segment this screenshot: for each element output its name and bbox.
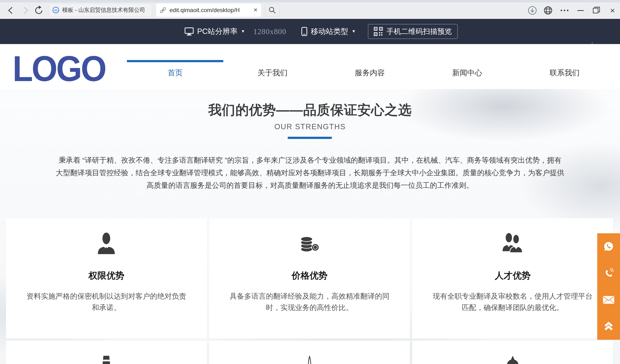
restore-icon [591, 6, 601, 15]
minimize-icon [577, 10, 584, 11]
window-top-strip [0, 0, 620, 2]
mobile-phone-icon [301, 27, 307, 36]
main-nav: 首页 关于我们 服务内容 新闻中心 联系我们 [126, 44, 613, 89]
search-icon [267, 5, 277, 15]
forward-icon [20, 5, 31, 16]
section-title: 我们的优势——品质保证安心之选 [0, 101, 620, 119]
card-title: 人才优势 [412, 270, 613, 282]
card-talent: 人才优势 现有全职专业翻译及审校数名，使用人才管理平台匹配，确保翻译团队的最优化… [412, 218, 613, 338]
nav-item-home[interactable]: 首页 [126, 44, 224, 89]
mobile-type-dropdown[interactable]: 移动站类型 ▼ [301, 26, 356, 37]
people-icon [412, 232, 613, 257]
link-icon [159, 7, 167, 14]
chevron-down-icon: ▼ [352, 29, 356, 34]
card-permission: 权限优势 资料实施严格的保密机制以达到对客户的绝对负责和承诺。 [6, 218, 207, 338]
section-intro: 秉承着 “译研于精、孜孜不倦、专注多语言翻译研究 ”的宗旨，多年来广泛涉及各个专… [56, 154, 564, 192]
browser-chrome: m 模板 - 山东启贸信息技术有限公司 edit.qimaoit.com/des… [0, 0, 620, 19]
whatsapp-button[interactable] [597, 233, 620, 260]
pc-resolution-dropdown[interactable]: PC站分辨率 ▼ [185, 26, 245, 37]
card-partial-2 [209, 341, 410, 364]
site-favicon-icon: m [53, 7, 59, 13]
title-underline [288, 137, 332, 139]
site-preview: LOGO 首页 关于我们 服务内容 新闻中心 联系我们 我们的优势——品质保证安… [0, 44, 620, 364]
card-partial-3 [412, 341, 613, 364]
strengths-section: 我们的优势——品质保证安心之选 OUR STRENGTHS 秉承着 “译研于精、… [0, 89, 620, 364]
phone-call-button[interactable] [597, 260, 620, 287]
strength-cards-row2 [6, 341, 613, 364]
address-bar[interactable]: edit.qimaoit.com/desktop/H × [156, 3, 262, 17]
pen-nib-icon [209, 356, 410, 364]
section-subtitle: OUR STRENGTHS [0, 122, 620, 131]
search-button[interactable] [264, 3, 280, 17]
nav-item-about[interactable]: 关于我们 [224, 44, 321, 89]
whatsapp-icon [603, 241, 614, 252]
nav-item-contact[interactable]: 联系我们 [516, 44, 613, 89]
minimize-button[interactable] [575, 5, 586, 16]
url-text[interactable]: edit.qimaoit.com/desktop/H [170, 7, 250, 14]
ellipsis-icon [561, 10, 568, 11]
phone-call-icon [603, 268, 614, 279]
qr-preview-button[interactable]: 手机二维码扫描预览 [368, 24, 458, 39]
steps-icon [6, 356, 207, 364]
bell-icon [412, 356, 613, 364]
close-tab-button[interactable]: × [253, 7, 258, 13]
mobile-type-label: 移动站类型 [311, 26, 348, 37]
qr-code-icon [374, 27, 383, 36]
back-button[interactable] [5, 5, 16, 16]
pc-resolution-label: PC站分辨率 [197, 26, 238, 37]
nav-item-services[interactable]: 服务内容 [321, 44, 418, 89]
language-button[interactable] [542, 5, 554, 16]
reload-icon [33, 5, 44, 16]
settings-menu-button[interactable] [559, 5, 570, 16]
resolution-value: 1280x800 [253, 27, 286, 36]
close-icon: × [610, 6, 615, 15]
card-title: 价格优势 [209, 270, 410, 282]
tab-title: 模板 - 山东启贸信息技术有限公司 [62, 6, 145, 14]
site-logo[interactable]: LOGO [13, 51, 105, 87]
back-icon [6, 5, 16, 16]
qr-preview-label: 手机二维码扫描预览 [387, 27, 452, 37]
forward-button[interactable] [20, 5, 31, 16]
card-partial-1 [6, 341, 207, 364]
card-text: 具备多语言的翻译经验及能力，高效精准翻译的同时，实现业务的高性价比。 [230, 290, 389, 313]
downloads-button[interactable] [527, 5, 538, 16]
site-header: LOGO 首页 关于我们 服务内容 新闻中心 联系我们 [0, 44, 620, 89]
restore-button[interactable] [591, 5, 602, 16]
back-to-top-button[interactable] [597, 313, 620, 340]
download-icon [527, 5, 537, 15]
globe-icon [543, 5, 553, 15]
preview-toolbar: PC站分辨率 ▼ 1280x800 移动站类型 ▼ [0, 19, 620, 44]
back-to-top-icon [604, 322, 614, 331]
card-price: 价格优势 具备多语言的翻译经验及能力，高效精准翻译的同时，实现业务的高性价比。 [209, 218, 410, 338]
email-icon [603, 296, 614, 304]
coins-icon [209, 232, 410, 257]
card-title: 权限优势 [6, 270, 207, 282]
chevron-down-icon: ▼ [241, 29, 245, 34]
browser-tab-page[interactable]: m 模板 - 山东启贸信息技术有限公司 [49, 3, 152, 17]
card-text: 现有全职专业翻译及审校数名，使用人才管理平台匹配，确保翻译团队的最优化。 [433, 290, 593, 313]
card-text: 资料实施严格的保密机制以达到对客户的绝对负责和承诺。 [26, 290, 186, 313]
close-window-button[interactable]: × [607, 5, 618, 16]
nav-item-news[interactable]: 新闻中心 [418, 44, 516, 89]
reload-button[interactable] [33, 5, 44, 16]
email-button[interactable] [597, 287, 620, 313]
monitor-icon [185, 27, 194, 36]
contact-rail [597, 233, 620, 340]
person-icon [6, 232, 207, 257]
strength-cards: 权限优势 资料实施严格的保密机制以达到对客户的绝对负责和承诺。 [6, 218, 613, 338]
